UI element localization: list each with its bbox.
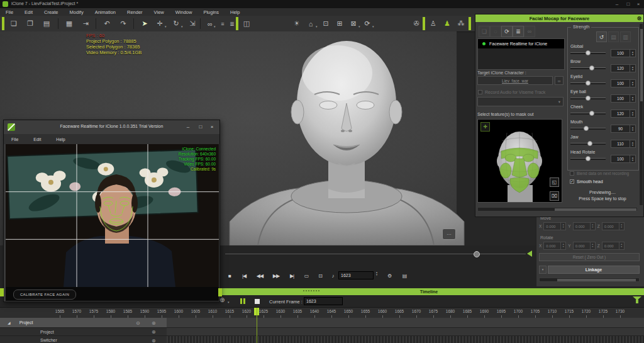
window-resize-handle[interactable] [0, 288, 4, 296]
audio-note-button[interactable]: ♪ [328, 271, 337, 281]
scrub-track[interactable] [225, 254, 526, 254]
timeline-filter-funnel-icon[interactable] [633, 296, 641, 303]
spinner-arrows-icon[interactable]: ▲▼ [630, 110, 635, 117]
menu-item-render[interactable]: Render [121, 9, 148, 15]
mocap-actor-active-icon[interactable]: ♟ [441, 18, 453, 30]
slider-value-spinbox[interactable]: 100▲▼ [611, 79, 636, 87]
fit-vertical-icon[interactable]: ⊡ [319, 18, 332, 30]
mask-head-box[interactable]: ✛ ◱ ⌧ [477, 119, 562, 203]
timeline-zoom-icon[interactable]: ⊕ [219, 296, 225, 303]
slider-track[interactable] [570, 67, 606, 69]
light-icon[interactable]: ☀ [291, 18, 303, 30]
slider-handle[interactable] [589, 111, 594, 116]
mask-marquee-button[interactable]: ◱ [550, 177, 559, 187]
timeline-header[interactable]: Timeline [214, 288, 644, 295]
spinner-arrows-icon[interactable]: ▲▼ [630, 155, 635, 162]
slider-handle[interactable] [586, 156, 591, 161]
last-frame-button[interactable]: ▶| [286, 271, 298, 281]
home-view-caret-icon[interactable]: ▾ [316, 25, 318, 28]
range-end-marker[interactable] [527, 250, 532, 257]
menu-item-help[interactable]: Help [225, 9, 245, 15]
current-frame-input[interactable] [304, 297, 343, 305]
menu-item-file[interactable]: File [0, 9, 19, 15]
slider-value-spinbox[interactable]: 100▲▼ [611, 94, 636, 103]
move-tool-caret-icon[interactable]: ▾ [165, 25, 167, 28]
mocap-panel-close-icon[interactable]: ⊗ [636, 14, 641, 22]
strength-reset-button[interactable]: ↺ [596, 31, 607, 42]
menu-item-window[interactable]: Window [170, 9, 198, 15]
render-video-icon[interactable]: ▤ [399, 271, 410, 281]
mask-move-icon[interactable]: ✛ [480, 122, 490, 132]
slider-value-spinbox[interactable]: 120▲▼ [611, 64, 636, 72]
device-list-button[interactable]: ≣ [513, 26, 524, 37]
fit-selected-icon[interactable]: ⊠ [347, 18, 360, 30]
track-label-switcher[interactable]: Switcher⊗ [0, 336, 167, 343]
menu-item-view[interactable]: View [148, 9, 170, 15]
slider-track[interactable] [570, 143, 606, 145]
spinner-arrows-icon[interactable]: ▲▼ [630, 95, 635, 102]
spinner-arrows-icon[interactable]: ▲▼ [630, 125, 635, 132]
track-remove-icon[interactable]: ⊗ [152, 329, 156, 335]
export-icon[interactable]: ⇥ [79, 18, 92, 30]
spinner-arrows-icon[interactable]: ▲▼ [630, 65, 635, 72]
frame-spinner[interactable]: ▲ ▼ [375, 271, 378, 276]
faceware-close-icon[interactable]: × [207, 123, 217, 131]
fast-forward-button[interactable]: ▶▶ [269, 271, 283, 281]
track-remove-icon[interactable]: ⊗ [152, 320, 156, 325]
mocap-vscrollbar[interactable] [639, 23, 643, 206]
menu-item-edit[interactable]: Edit [19, 9, 38, 15]
mocap-hscrollbar[interactable] [477, 207, 638, 211]
close-icon[interactable]: × [634, 1, 643, 8]
scrub-handle[interactable] [474, 251, 480, 257]
slider-value-spinbox[interactable]: 100▲▼ [611, 155, 636, 163]
modify-hscrollbar-thumb[interactable] [557, 279, 636, 281]
slider-handle[interactable] [586, 81, 591, 86]
playback-frame-input[interactable] [338, 271, 374, 279]
modify-hscrollbar[interactable] [539, 278, 640, 282]
slider-handle[interactable] [589, 65, 594, 70]
menu-item-animation[interactable]: Animation [89, 9, 121, 15]
mocap-actor-icon[interactable]: ♙ [427, 18, 440, 30]
menu-item-modify[interactable]: Modify [64, 9, 89, 15]
track-label-project[interactable]: ◢Project⊖⊗ [0, 318, 167, 327]
smooth-head-checkbox[interactable]: ✓ [570, 179, 574, 184]
fit-selected-caret-icon[interactable]: ▾ [358, 25, 360, 28]
slider-value-spinbox[interactable]: 110▲▼ [611, 140, 636, 148]
playback-settings-gear-icon[interactable]: ⚙ [384, 271, 395, 281]
calibrate-face-button[interactable]: CALIBRATE FACE AGAIN [13, 290, 76, 300]
talk-preview-button[interactable]: ⊡ [314, 271, 326, 281]
faceware-menu-file[interactable]: File [11, 137, 18, 142]
timeline-ruler[interactable]: 1565157015751580158515901595160016051610… [0, 307, 644, 318]
maximize-icon[interactable]: □ [624, 1, 633, 8]
rotate-tool-icon[interactable]: ↻ [170, 18, 182, 30]
mocap-hscrollbar-thumb[interactable] [555, 208, 636, 211]
track-collapse-icon[interactable]: ◢ [8, 320, 11, 325]
viewport-comment-bubble-icon[interactable]: … [442, 228, 456, 240]
slider-handle[interactable] [587, 141, 592, 146]
workspace-icon[interactable]: ▦ [63, 18, 75, 30]
home-view-icon[interactable]: ⌂ [304, 18, 317, 30]
save-project-icon[interactable]: ▤ [40, 18, 53, 30]
scale-tool-icon[interactable]: ⇲ [186, 18, 199, 30]
slider-track[interactable] [570, 52, 606, 54]
slider-track[interactable] [570, 128, 606, 130]
move-tool-icon[interactable]: ✛ [153, 18, 166, 30]
device-listbox[interactable]: Faceware Realtime for iClone [477, 38, 565, 70]
orbit-camera-caret-icon[interactable]: ▾ [372, 25, 374, 28]
mocap-network-icon[interactable]: ⁂ [455, 18, 467, 30]
panel-toggle-icon[interactable]: ◫ [240, 18, 253, 30]
mocap-panel-header[interactable]: Facial Mocap for Faceware ⊗ [475, 14, 643, 22]
track-content[interactable] [167, 318, 644, 327]
spinner-arrows-icon[interactable]: ▲▼ [630, 80, 635, 87]
camera-icon[interactable]: ✇ [410, 18, 423, 30]
device-refresh-button[interactable]: ⟳ [501, 26, 513, 37]
slider-value-spinbox[interactable]: 120▲▼ [611, 110, 636, 118]
rewind-button[interactable]: ◀◀ [253, 271, 267, 281]
slider-track[interactable] [570, 158, 606, 160]
spinner-arrows-icon[interactable]: ▲▼ [630, 50, 635, 57]
linkage-collapse-icon[interactable]: ▾ [539, 266, 547, 274]
reset-zero-out-button[interactable]: Reset ( Zero Out ) [539, 253, 640, 261]
faceware-minimize-icon[interactable]: – [183, 123, 193, 131]
faceware-menu-edit[interactable]: Edit [33, 137, 41, 142]
track-remove-icon[interactable]: ⊗ [152, 337, 156, 343]
